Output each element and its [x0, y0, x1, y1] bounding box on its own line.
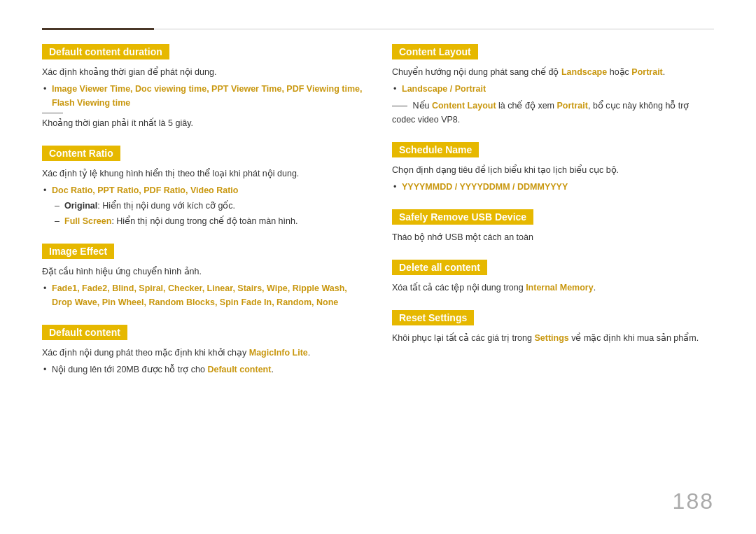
text-prefix: Nội dung lên tới 20MB được hỗ trợ cho: [52, 365, 207, 374]
section-default-content-duration: Default content duration Xác định khoảng…: [42, 44, 364, 130]
sub-text: : Hiển thị nội dung với kích cỡ gốc.: [97, 201, 235, 211]
intro-highlight: MagicInfo Lite: [249, 348, 308, 358]
section-title-image-effect: Image Effect: [42, 244, 114, 259]
section-body-safely-remove-usb: Tháo bộ nhớ USB một cách an toàn: [392, 230, 714, 244]
intro-highlight2: Portrait: [631, 67, 662, 77]
section-body-reset-settings: Khôi phục lại tất cả các giá trị trong S…: [392, 331, 714, 345]
sub-bullet-list: Original: Hiển thị nội dung với kích cỡ …: [52, 199, 364, 228]
section-intro: Khôi phục lại tất cả các giá trị trong S…: [392, 331, 714, 345]
bullet-list: Doc Ratio, PPT Ratio, PDF Ratio, Video R…: [42, 183, 364, 228]
section-content-layout: Content Layout Chuyển hướng nội dung phá…: [392, 44, 714, 127]
section-delete-all-content: Delete all content Xóa tất cả các tệp nộ…: [392, 260, 714, 295]
bullet-list: Nội dung lên tới 20MB được hỗ trợ cho De…: [42, 363, 364, 377]
section-title-content-layout: Content Layout: [392, 44, 478, 59]
rule-prefix: Nếu: [412, 101, 431, 111]
body-highlight: Internal Memory: [526, 283, 594, 293]
section-title-schedule-name: Schedule Name: [392, 142, 479, 157]
section-reset-settings: Reset Settings Khôi phục lại tất cả các …: [392, 310, 714, 345]
left-column: Default content duration Xác định khoảng…: [42, 44, 364, 506]
list-item: Landscape / Portrait: [402, 82, 714, 96]
page-container: Default content duration Xác định khoảng…: [0, 0, 756, 534]
list-item: YYYYMMDD / YYYYDDMM / DDMMYYYY: [402, 180, 714, 194]
right-column: Content Layout Chuyển hướng nội dung phá…: [392, 44, 714, 506]
body-prefix: Xóa tất cả các tệp nội dung trong: [392, 283, 526, 293]
highlight-text: Doc Ratio, PPT Ratio, PDF Ratio, Video R…: [52, 185, 238, 195]
section-body-image-effect: Đặt cầu hình hiệu ứng chuyển hình ảnh. F…: [42, 265, 364, 309]
bullet-list: Image Viewer Time, Doc viewing time, PPT…: [42, 82, 364, 110]
intro-mid: hoặc: [607, 67, 631, 77]
intro-highlight1: Landscape: [561, 67, 607, 77]
section-content-ratio: Content Ratio Xác định tỷ lệ khung hình …: [42, 146, 364, 228]
rule-highlight2: Portrait: [556, 101, 587, 111]
sub-list-item: Original: Hiển thị nội dung với kích cỡ …: [64, 199, 364, 213]
section-title-safely-remove-usb: Safely Remove USB Device: [392, 209, 533, 225]
section-title-default-content: Default content: [42, 325, 127, 340]
text-suffix: .: [271, 365, 273, 374]
section-intro: Xác định tỷ lệ khung hình hiển thị theo …: [42, 167, 364, 181]
rule-note: Nếu Content Layout là chế độ xem Portrai…: [392, 99, 714, 127]
list-item: Nội dung lên tới 20MB được hỗ trợ cho De…: [52, 363, 364, 377]
list-item: Fade1, Fade2, Blind, Spiral, Checker, Li…: [52, 281, 364, 309]
section-body-delete-all-content: Xóa tất cả các tệp nội dung trong Intern…: [392, 281, 714, 295]
sub-label-highlight: Full Screen: [64, 216, 111, 226]
section-title-default-content-duration: Default content duration: [42, 44, 169, 59]
body-end: về mặc định khi mua sản phẩm.: [569, 333, 699, 343]
top-rule-dark: [42, 28, 154, 30]
bullet-list: Landscape / Portrait: [392, 82, 714, 96]
section-intro: Chuyển hướng nội dung phát sang chế độ L…: [392, 65, 714, 79]
section-body-content-ratio: Xác định tỷ lệ khung hình hiển thị theo …: [42, 167, 364, 228]
section-schedule-name: Schedule Name Chọn định dạng tiêu đề lịc…: [392, 142, 714, 194]
highlight-text: YYYYMMDD / YYYYDDMM / DDMMYYYY: [402, 182, 568, 192]
top-rule-light: [154, 29, 714, 29]
content-columns: Default content duration Xác định khoảng…: [42, 44, 714, 506]
section-title-delete-all-content: Delete all content: [392, 260, 487, 275]
highlight-text: Fade1, Fade2, Blind, Spiral, Checker, Li…: [52, 283, 347, 307]
section-intro: Xác định khoảng thời gian để phát nội du…: [42, 65, 364, 79]
section-default-content: Default content Xác định nội dung phát t…: [42, 325, 364, 377]
section-title-reset-settings: Reset Settings: [392, 310, 474, 325]
section-body-schedule-name: Chọn định dạng tiêu đề lịch biểu khi tạo…: [392, 163, 714, 194]
body-prefix: Khôi phục lại tất cả các giá trị trong: [392, 333, 534, 343]
highlight-text: Landscape / Portrait: [402, 84, 486, 94]
rule-note: Khoảng thời gian phải ít nhất là 5 giây.: [42, 116, 364, 130]
intro-end: .: [663, 67, 665, 77]
rule-mid: là chế độ xem: [496, 101, 557, 111]
body-end: .: [594, 283, 596, 293]
list-item: Image Viewer Time, Doc viewing time, PPT…: [52, 82, 364, 110]
sub-label: Original: [64, 201, 97, 211]
rule-highlight1: Content Layout: [432, 101, 496, 111]
list-item: Doc Ratio, PPT Ratio, PDF Ratio, Video R…: [52, 183, 364, 228]
section-body-content-layout: Chuyển hướng nội dung phát sang chế độ L…: [392, 65, 714, 127]
section-body-default-content-duration: Xác định khoảng thời gian để phát nội du…: [42, 65, 364, 130]
section-body-default-content: Xác định nội dung phát theo mặc định khi…: [42, 346, 364, 377]
intro-text: Chuyển hướng nội dung phát sang chế độ: [392, 67, 561, 77]
intro-text: Xác định nội dung phát theo mặc định khi…: [42, 348, 249, 358]
sub-text: : Hiển thị nội dung trong chế độ toàn mà…: [111, 216, 298, 226]
top-rule: [42, 28, 714, 30]
section-intro: Tháo bộ nhớ USB một cách an toàn: [392, 230, 714, 244]
section-intro: Chọn định dạng tiêu đề lịch biểu khi tạo…: [392, 163, 714, 177]
page-number: 188: [673, 489, 714, 514]
intro-end: .: [308, 348, 310, 358]
rule-divider: [42, 113, 63, 113]
section-safely-remove-usb: Safely Remove USB Device Tháo bộ nhớ USB…: [392, 209, 714, 244]
body-highlight: Settings: [534, 333, 568, 343]
text-highlight: Default content: [207, 365, 271, 374]
rule-dash: [392, 106, 407, 106]
bullet-list: Fade1, Fade2, Blind, Spiral, Checker, Li…: [42, 281, 364, 309]
section-intro: Xác định nội dung phát theo mặc định khi…: [42, 346, 364, 360]
sub-list-item: Full Screen: Hiển thị nội dung trong chế…: [64, 214, 364, 228]
section-image-effect: Image Effect Đặt cầu hình hiệu ứng chuyể…: [42, 244, 364, 309]
section-intro: Xóa tất cả các tệp nội dung trong Intern…: [392, 281, 714, 295]
bullet-list: YYYYMMDD / YYYYDDMM / DDMMYYYY: [392, 180, 714, 194]
highlight-text: Image Viewer Time, Doc viewing time, PPT…: [52, 84, 362, 108]
section-intro: Đặt cầu hình hiệu ứng chuyển hình ảnh.: [42, 265, 364, 279]
section-title-content-ratio: Content Ratio: [42, 146, 120, 161]
